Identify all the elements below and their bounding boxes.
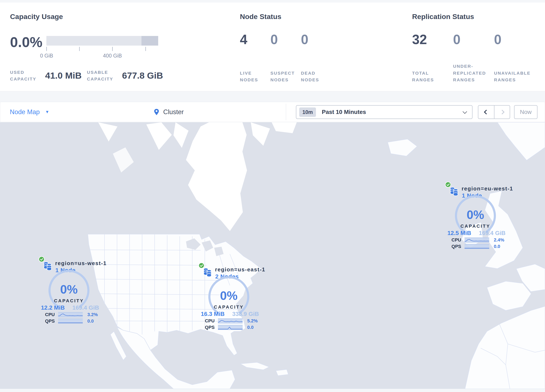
breadcrumb-label: Cluster [163, 108, 184, 116]
toolbar-divider [286, 104, 286, 120]
map-toolbar: Node Map ▼ Cluster 10m Past 10 Minutes N… [0, 102, 545, 122]
capacity-usage-section: Capacity Usage 0.0% 0 GiB 400 GiB USED C… [0, 2, 230, 91]
axis-tick [112, 47, 113, 51]
time-range-select[interactable]: 10m Past 10 Minutes [296, 105, 472, 119]
cpu-sparkline [464, 237, 489, 243]
chevron-left-icon [484, 110, 489, 115]
replication-status-section: Replication Status 32 TOTAL RANGES 0 UND… [412, 2, 545, 91]
qps-label: QPS [201, 325, 215, 330]
map-pin-icon [153, 108, 160, 116]
qps-label: QPS [41, 318, 55, 324]
used-capacity-label: USED CAPACITY [10, 69, 45, 82]
capacity-label: CAPACITY [48, 298, 90, 304]
capacity-bar [46, 36, 158, 46]
cpu-value: 3.2% [87, 312, 98, 317]
axis-tick [145, 47, 146, 51]
node-map: region=us-west-1 1 Node 0% CAPACITY 12.2… [0, 122, 545, 389]
axis-tick-label: 0 GiB [40, 53, 53, 59]
qps-sparkline [464, 244, 489, 249]
capacity-percent: 0% [454, 208, 496, 222]
axis-tick [46, 47, 47, 51]
cpu-sparkline [58, 312, 83, 317]
capacity-usage-title: Capacity Usage [10, 12, 63, 21]
region-label: region=us-west-1 [55, 260, 107, 267]
total-capacity: 338.9 GiB [232, 311, 259, 317]
region-marker-us-west-1[interactable]: region=us-west-1 1 Node 0% CAPACITY 12.2… [36, 255, 105, 327]
node-status-title: Node Status [240, 12, 281, 21]
time-range-badge: 10m [299, 107, 316, 117]
usable-capacity-value: 677.8 GiB [122, 70, 163, 81]
cpu-label: CPU [41, 312, 55, 317]
unavailable-ranges-value: 0 [494, 32, 535, 47]
time-range-pager [478, 105, 510, 119]
total-ranges-value: 32 [412, 32, 453, 47]
chevron-down-icon [463, 109, 467, 114]
total-capacity: 169.4 GiB [479, 230, 506, 236]
qps-sparkline [58, 319, 83, 324]
used-capacity: 16.3 MiB [201, 311, 225, 317]
suspect-nodes-stat: 0 SUSPECT NODES [270, 32, 301, 83]
region-label: region=us-east-1 [215, 266, 265, 273]
capacity-bar-reserved-segment [142, 36, 158, 46]
capacity-percent: 0% [48, 282, 90, 296]
qps-value: 0.0 [494, 244, 500, 249]
now-button-label: Now [520, 109, 532, 115]
cpu-label: CPU [448, 237, 461, 243]
region-marker-eu-west-1[interactable]: region=eu-west-1 1 Node 0% CAPACITY 12.5… [442, 181, 511, 252]
dead-nodes-stat: 0 DEAD NODES [301, 32, 331, 83]
region-marker-us-east-1[interactable]: region=us-east-1 2 Nodes 0% CAPACITY 16.… [195, 262, 264, 333]
total-capacity: 169.4 GiB [72, 305, 99, 311]
under-replicated-label: UNDER-REPLICATED RANGES [453, 63, 494, 83]
capacity-label: CAPACITY [454, 224, 496, 229]
total-ranges-label: TOTAL RANGES [412, 70, 453, 83]
unavailable-ranges-stat: 0 UNAVAILABLE RANGES [494, 32, 535, 83]
time-next-button[interactable] [494, 106, 510, 118]
time-prev-button[interactable] [478, 106, 494, 118]
under-replicated-stat: 0 UNDER-REPLICATED RANGES [453, 32, 494, 83]
capacity-percent: 0% [208, 288, 250, 303]
chevron-right-icon [500, 110, 504, 115]
region-label: region=eu-west-1 [462, 186, 513, 192]
capacity-label: CAPACITY [208, 305, 250, 310]
axis-tick [79, 47, 80, 51]
qps-label: QPS [448, 244, 461, 249]
suspect-nodes-value: 0 [270, 32, 301, 47]
used-capacity: 12.5 MiB [447, 230, 471, 236]
qps-sparkline [218, 325, 243, 330]
qps-value: 0.0 [87, 318, 94, 324]
live-nodes-stat: 4 LIVE NODES [240, 32, 270, 83]
total-ranges-stat: 32 TOTAL RANGES [412, 32, 453, 83]
replication-status-title: Replication Status [412, 12, 474, 21]
suspect-nodes-label: SUSPECT NODES [270, 70, 301, 83]
cpu-sparkline [218, 318, 243, 324]
view-selector-dropdown[interactable]: Node Map ▼ [10, 102, 49, 122]
view-selector-label: Node Map [10, 108, 40, 116]
node-status-section: Node Status 4 LIVE NODES 0 SUSPECT NODES… [240, 2, 407, 91]
cpu-value: 2.4% [494, 237, 504, 243]
live-nodes-value: 4 [240, 32, 270, 47]
dead-nodes-label: DEAD NODES [301, 70, 331, 83]
page-footer-strip [0, 389, 545, 392]
dead-nodes-value: 0 [301, 32, 331, 47]
cluster-summary-panel: Capacity Usage 0.0% 0 GiB 400 GiB USED C… [0, 2, 545, 91]
under-replicated-value: 0 [453, 32, 494, 47]
now-button[interactable]: Now [514, 105, 538, 119]
qps-value: 0.0 [247, 325, 254, 330]
used-capacity: 12.2 MiB [41, 305, 65, 311]
capacity-percent: 0.0% [10, 34, 43, 50]
usable-capacity-label: USABLE CAPACITY [87, 69, 122, 82]
axis-tick-label: 400 GiB [103, 53, 122, 59]
live-nodes-label: LIVE NODES [240, 70, 270, 83]
time-range-label: Past 10 Minutes [322, 109, 366, 115]
cpu-value: 5.2% [247, 318, 258, 324]
breadcrumb[interactable]: Cluster [153, 102, 184, 122]
caret-down-icon: ▼ [45, 110, 49, 114]
unavailable-ranges-label: UNAVAILABLE RANGES [494, 70, 535, 83]
used-capacity-value: 41.0 MiB [45, 70, 81, 81]
cpu-label: CPU [201, 318, 215, 324]
